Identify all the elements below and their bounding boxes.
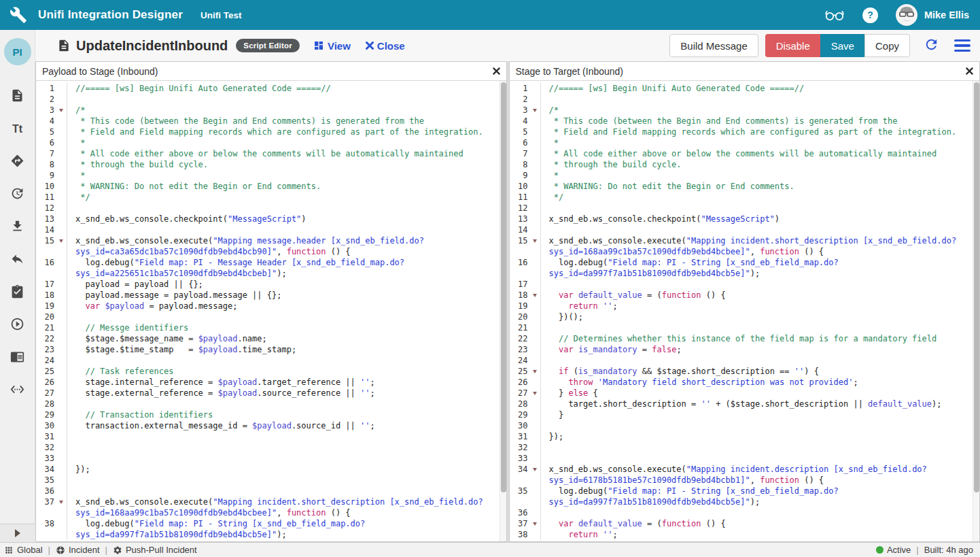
code-line: 17	[510, 279, 980, 290]
fold-gutter	[530, 529, 540, 540]
fold-gutter	[56, 475, 67, 486]
fold-gutter	[56, 322, 67, 333]
user-name[interactable]: Mike Ellis	[924, 10, 969, 20]
close-button[interactable]: Close	[366, 40, 405, 52]
fold-marker-icon[interactable]	[59, 109, 63, 112]
code-line: sys_id=da997f7a1b51b81090dfdb9ebd4bcb5e]…	[510, 496, 980, 507]
fold-marker-icon[interactable]	[59, 501, 63, 504]
scope-item[interactable]: Global	[4, 545, 43, 555]
code-line: 13x_snd_eb.ws_console.checkpoint("Messag…	[36, 214, 506, 224]
line-number	[36, 246, 56, 257]
fold-gutter	[530, 137, 540, 148]
sidebar-item-run[interactable]	[1, 309, 34, 341]
sidebar-item-history[interactable]	[1, 178, 34, 211]
code-text: return '';	[540, 529, 980, 540]
line-number: 36	[36, 486, 56, 496]
integration-item[interactable]: Push-Pull Incident	[113, 545, 197, 555]
code-text: log.debug("Field map: PI - String [x_snd…	[540, 486, 980, 496]
disable-button[interactable]: Disable	[765, 34, 820, 57]
line-number: 13	[36, 214, 56, 224]
fold-marker-icon[interactable]	[533, 109, 537, 112]
fold-gutter	[530, 214, 540, 224]
line-number: 11	[36, 192, 56, 203]
sidebar-item-directions[interactable]	[1, 146, 34, 178]
fold-gutter	[56, 203, 67, 214]
code-text: if (is_mandatory && $stage.short_descrip…	[540, 366, 980, 377]
directions-icon	[10, 154, 24, 171]
panel-close-icon[interactable]	[966, 67, 973, 75]
fold-marker-icon[interactable]	[533, 239, 537, 243]
sidebar-expand-button[interactable]	[0, 524, 35, 542]
code-text: sys_id=a225651c1ba57c1090dfdb9ebd4bcbeb]…	[67, 268, 506, 279]
panel-title: Payload to Stage (Inbound)	[42, 66, 158, 77]
view-button[interactable]: View	[313, 40, 351, 52]
code-text: return '';	[540, 301, 980, 311]
line-number: 28	[510, 399, 530, 409]
scrollbar-thumb[interactable]	[974, 82, 979, 492]
fold-marker-icon[interactable]	[533, 522, 537, 526]
code-line: 1//===== [ws] Begin Unifi Auto Generated…	[36, 83, 506, 94]
code-text: //===== [ws] Begin Unifi Auto Generated …	[540, 83, 980, 94]
code-editor[interactable]: 1//===== [ws] Begin Unifi Auto Generated…	[36, 81, 506, 541]
sidebar-item-download[interactable]	[1, 211, 34, 243]
fold-marker-icon[interactable]	[533, 468, 537, 471]
code-line: 34});	[36, 464, 506, 475]
fold-gutter	[56, 431, 67, 442]
line-number: 29	[510, 409, 530, 420]
user-avatar[interactable]	[896, 4, 917, 26]
fold-gutter	[56, 246, 67, 257]
code-line: sys_id=168aa99c1ba57c1090dfdb9ebd4bcbee]…	[510, 246, 980, 257]
scrollbar[interactable]	[973, 81, 979, 541]
action-button-group: Disable Save Copy	[765, 34, 910, 57]
code-line: sys_id=da997f7a1b51b81090dfdb9ebd4bcb5e]…	[36, 529, 506, 540]
sidebar-item-document[interactable]	[1, 80, 34, 113]
line-number: 35	[510, 486, 530, 496]
save-button[interactable]: Save	[820, 34, 864, 57]
scrollbar[interactable]	[500, 81, 506, 541]
sidebar-item-text-format[interactable]: Tt	[1, 113, 34, 146]
build-message-button[interactable]: Build Message	[669, 34, 758, 57]
code-line: 8 * through the build cycle.	[510, 159, 980, 170]
help-icon[interactable]: ?	[862, 7, 878, 23]
fold-gutter	[530, 105, 540, 116]
fold-gutter	[56, 116, 67, 126]
line-number: 2	[36, 94, 56, 105]
line-number: 20	[510, 311, 530, 322]
code-line: 12	[36, 203, 506, 214]
preview-glasses-icon[interactable]	[824, 8, 845, 22]
fold-gutter	[530, 246, 540, 257]
fold-marker-icon[interactable]	[59, 239, 63, 243]
panel-close-icon[interactable]	[493, 67, 500, 75]
code-text: stage.internal_reference = $payload.targ…	[67, 377, 506, 388]
fold-marker-icon[interactable]	[533, 294, 537, 297]
code-text	[540, 420, 980, 431]
code-text	[540, 224, 980, 235]
code-line: 14	[510, 224, 980, 235]
code-line: 34x_snd_eb.ws_console.execute("Mapping i…	[510, 464, 980, 475]
integration-avatar[interactable]: PI	[4, 38, 31, 65]
fold-gutter	[530, 268, 540, 279]
scrollbar-thumb[interactable]	[501, 82, 506, 492]
line-number: 25	[36, 366, 56, 377]
code-line: 33	[510, 453, 980, 464]
line-number: 33	[510, 453, 530, 464]
code-editor[interactable]: 1//===== [ws] Begin Unifi Auto Generated…	[510, 81, 980, 541]
code-line: 3/*	[510, 105, 980, 116]
wrench-logo-icon[interactable]	[10, 6, 27, 24]
environment-name: Unifi Test	[200, 10, 242, 20]
sidebar-item-undo[interactable]	[1, 243, 34, 276]
code-line: 9 *	[510, 170, 980, 181]
fold-marker-icon[interactable]	[533, 392, 537, 395]
sidebar-item-tasks[interactable]	[1, 276, 34, 309]
sidebar-item-code[interactable]	[1, 374, 34, 407]
process-item[interactable]: Incident	[56, 545, 100, 555]
history-icon	[10, 186, 24, 203]
copy-button[interactable]: Copy	[864, 34, 910, 57]
refresh-button[interactable]	[924, 37, 939, 55]
code-text: var default_value = (function () {	[540, 290, 980, 301]
apps-grid-icon	[4, 545, 14, 555]
sidebar-item-documentation[interactable]	[1, 341, 34, 374]
fold-marker-icon[interactable]	[533, 370, 537, 373]
line-number: 38	[510, 529, 530, 540]
menu-button[interactable]	[954, 39, 970, 52]
